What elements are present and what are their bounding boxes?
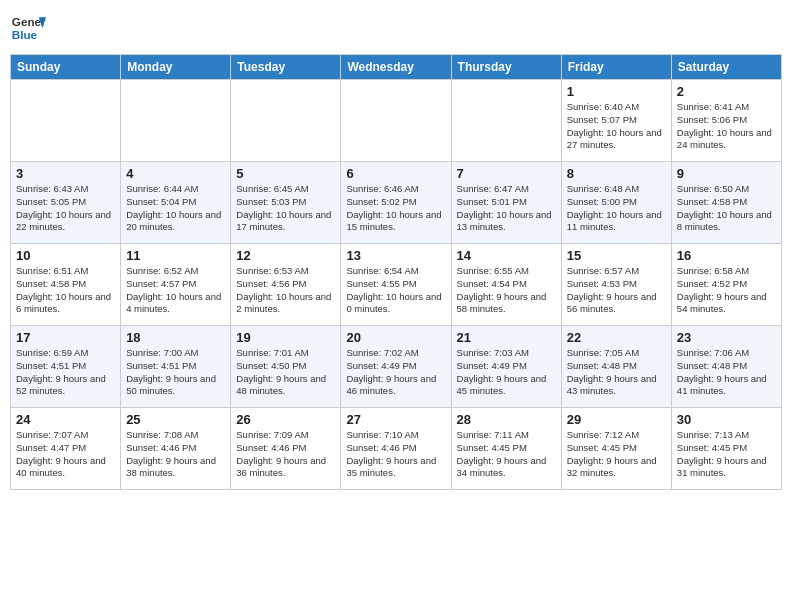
day-header-saturday: Saturday [671, 55, 781, 80]
day-number: 13 [346, 248, 445, 263]
page-header: General Blue [10, 10, 782, 46]
calendar-week-4: 17Sunrise: 6:59 AM Sunset: 4:51 PM Dayli… [11, 326, 782, 408]
day-header-monday: Monday [121, 55, 231, 80]
day-info: Sunrise: 6:52 AM Sunset: 4:57 PM Dayligh… [126, 265, 225, 316]
day-info: Sunrise: 6:41 AM Sunset: 5:06 PM Dayligh… [677, 101, 776, 152]
calendar-cell: 6Sunrise: 6:46 AM Sunset: 5:02 PM Daylig… [341, 162, 451, 244]
day-number: 14 [457, 248, 556, 263]
calendar-cell: 29Sunrise: 7:12 AM Sunset: 4:45 PM Dayli… [561, 408, 671, 490]
day-number: 8 [567, 166, 666, 181]
day-info: Sunrise: 6:43 AM Sunset: 5:05 PM Dayligh… [16, 183, 115, 234]
calendar-cell: 26Sunrise: 7:09 AM Sunset: 4:46 PM Dayli… [231, 408, 341, 490]
day-number: 17 [16, 330, 115, 345]
day-number: 26 [236, 412, 335, 427]
calendar-cell [231, 80, 341, 162]
calendar-cell: 20Sunrise: 7:02 AM Sunset: 4:49 PM Dayli… [341, 326, 451, 408]
calendar-cell: 18Sunrise: 7:00 AM Sunset: 4:51 PM Dayli… [121, 326, 231, 408]
day-number: 12 [236, 248, 335, 263]
calendar-cell: 10Sunrise: 6:51 AM Sunset: 4:58 PM Dayli… [11, 244, 121, 326]
day-header-friday: Friday [561, 55, 671, 80]
calendar-cell: 27Sunrise: 7:10 AM Sunset: 4:46 PM Dayli… [341, 408, 451, 490]
logo: General Blue [10, 10, 46, 46]
calendar-cell: 3Sunrise: 6:43 AM Sunset: 5:05 PM Daylig… [11, 162, 121, 244]
calendar-cell: 21Sunrise: 7:03 AM Sunset: 4:49 PM Dayli… [451, 326, 561, 408]
day-number: 18 [126, 330, 225, 345]
calendar-week-2: 3Sunrise: 6:43 AM Sunset: 5:05 PM Daylig… [11, 162, 782, 244]
day-info: Sunrise: 6:55 AM Sunset: 4:54 PM Dayligh… [457, 265, 556, 316]
day-info: Sunrise: 6:46 AM Sunset: 5:02 PM Dayligh… [346, 183, 445, 234]
day-number: 9 [677, 166, 776, 181]
calendar-cell: 13Sunrise: 6:54 AM Sunset: 4:55 PM Dayli… [341, 244, 451, 326]
day-info: Sunrise: 6:47 AM Sunset: 5:01 PM Dayligh… [457, 183, 556, 234]
day-number: 22 [567, 330, 666, 345]
day-info: Sunrise: 6:58 AM Sunset: 4:52 PM Dayligh… [677, 265, 776, 316]
day-number: 28 [457, 412, 556, 427]
day-info: Sunrise: 7:11 AM Sunset: 4:45 PM Dayligh… [457, 429, 556, 480]
day-info: Sunrise: 6:48 AM Sunset: 5:00 PM Dayligh… [567, 183, 666, 234]
calendar-cell: 30Sunrise: 7:13 AM Sunset: 4:45 PM Dayli… [671, 408, 781, 490]
day-header-sunday: Sunday [11, 55, 121, 80]
day-number: 10 [16, 248, 115, 263]
calendar-cell: 7Sunrise: 6:47 AM Sunset: 5:01 PM Daylig… [451, 162, 561, 244]
day-info: Sunrise: 6:51 AM Sunset: 4:58 PM Dayligh… [16, 265, 115, 316]
svg-text:Blue: Blue [12, 28, 38, 41]
calendar-header-row: SundayMondayTuesdayWednesdayThursdayFrid… [11, 55, 782, 80]
day-number: 5 [236, 166, 335, 181]
day-info: Sunrise: 6:54 AM Sunset: 4:55 PM Dayligh… [346, 265, 445, 316]
day-info: Sunrise: 7:03 AM Sunset: 4:49 PM Dayligh… [457, 347, 556, 398]
day-number: 11 [126, 248, 225, 263]
calendar-week-5: 24Sunrise: 7:07 AM Sunset: 4:47 PM Dayli… [11, 408, 782, 490]
calendar-table: SundayMondayTuesdayWednesdayThursdayFrid… [10, 54, 782, 490]
day-number: 6 [346, 166, 445, 181]
day-info: Sunrise: 6:40 AM Sunset: 5:07 PM Dayligh… [567, 101, 666, 152]
day-number: 21 [457, 330, 556, 345]
day-number: 29 [567, 412, 666, 427]
day-info: Sunrise: 6:57 AM Sunset: 4:53 PM Dayligh… [567, 265, 666, 316]
calendar-cell: 1Sunrise: 6:40 AM Sunset: 5:07 PM Daylig… [561, 80, 671, 162]
day-info: Sunrise: 6:45 AM Sunset: 5:03 PM Dayligh… [236, 183, 335, 234]
calendar-cell: 8Sunrise: 6:48 AM Sunset: 5:00 PM Daylig… [561, 162, 671, 244]
day-info: Sunrise: 7:13 AM Sunset: 4:45 PM Dayligh… [677, 429, 776, 480]
day-number: 23 [677, 330, 776, 345]
calendar-cell: 9Sunrise: 6:50 AM Sunset: 4:58 PM Daylig… [671, 162, 781, 244]
day-info: Sunrise: 7:06 AM Sunset: 4:48 PM Dayligh… [677, 347, 776, 398]
day-number: 3 [16, 166, 115, 181]
day-info: Sunrise: 7:02 AM Sunset: 4:49 PM Dayligh… [346, 347, 445, 398]
day-number: 20 [346, 330, 445, 345]
day-number: 2 [677, 84, 776, 99]
day-number: 15 [567, 248, 666, 263]
calendar-cell [11, 80, 121, 162]
calendar-cell: 23Sunrise: 7:06 AM Sunset: 4:48 PM Dayli… [671, 326, 781, 408]
day-info: Sunrise: 7:09 AM Sunset: 4:46 PM Dayligh… [236, 429, 335, 480]
logo-icon: General Blue [10, 10, 46, 46]
day-number: 25 [126, 412, 225, 427]
calendar-cell [121, 80, 231, 162]
day-number: 30 [677, 412, 776, 427]
calendar-cell: 16Sunrise: 6:58 AM Sunset: 4:52 PM Dayli… [671, 244, 781, 326]
day-info: Sunrise: 7:12 AM Sunset: 4:45 PM Dayligh… [567, 429, 666, 480]
day-info: Sunrise: 7:07 AM Sunset: 4:47 PM Dayligh… [16, 429, 115, 480]
day-info: Sunrise: 6:59 AM Sunset: 4:51 PM Dayligh… [16, 347, 115, 398]
day-header-tuesday: Tuesday [231, 55, 341, 80]
day-info: Sunrise: 7:01 AM Sunset: 4:50 PM Dayligh… [236, 347, 335, 398]
calendar-cell: 4Sunrise: 6:44 AM Sunset: 5:04 PM Daylig… [121, 162, 231, 244]
calendar-cell [451, 80, 561, 162]
calendar-cell: 22Sunrise: 7:05 AM Sunset: 4:48 PM Dayli… [561, 326, 671, 408]
day-info: Sunrise: 6:50 AM Sunset: 4:58 PM Dayligh… [677, 183, 776, 234]
calendar-cell: 11Sunrise: 6:52 AM Sunset: 4:57 PM Dayli… [121, 244, 231, 326]
day-info: Sunrise: 6:44 AM Sunset: 5:04 PM Dayligh… [126, 183, 225, 234]
day-header-thursday: Thursday [451, 55, 561, 80]
day-number: 19 [236, 330, 335, 345]
calendar-cell: 24Sunrise: 7:07 AM Sunset: 4:47 PM Dayli… [11, 408, 121, 490]
day-info: Sunrise: 7:05 AM Sunset: 4:48 PM Dayligh… [567, 347, 666, 398]
day-number: 16 [677, 248, 776, 263]
calendar-cell: 19Sunrise: 7:01 AM Sunset: 4:50 PM Dayli… [231, 326, 341, 408]
calendar-cell: 12Sunrise: 6:53 AM Sunset: 4:56 PM Dayli… [231, 244, 341, 326]
day-info: Sunrise: 7:08 AM Sunset: 4:46 PM Dayligh… [126, 429, 225, 480]
day-number: 4 [126, 166, 225, 181]
day-info: Sunrise: 7:00 AM Sunset: 4:51 PM Dayligh… [126, 347, 225, 398]
day-number: 1 [567, 84, 666, 99]
calendar-cell: 28Sunrise: 7:11 AM Sunset: 4:45 PM Dayli… [451, 408, 561, 490]
calendar-cell: 25Sunrise: 7:08 AM Sunset: 4:46 PM Dayli… [121, 408, 231, 490]
day-number: 7 [457, 166, 556, 181]
